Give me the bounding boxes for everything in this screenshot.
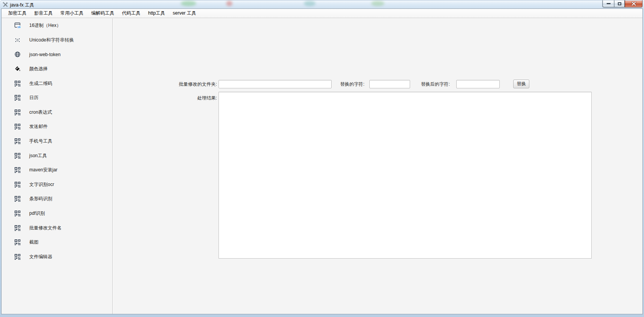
search-chars-input[interactable] xyxy=(369,80,410,88)
globe-icon xyxy=(14,51,21,58)
hex-icon: 16 xyxy=(14,22,21,29)
window-controls xyxy=(602,0,642,7)
sidebar-item-16[interactable]: 截图 xyxy=(2,235,112,250)
qrcode-icon xyxy=(14,225,21,231)
color-picker-icon xyxy=(14,66,21,72)
menu-item-7[interactable]: server 工具 xyxy=(169,9,200,18)
sidebar-item-label: 手机号工具 xyxy=(29,138,52,144)
sidebar-item-11[interactable]: maven安装jar xyxy=(2,163,112,178)
sidebar-item-label: json工具 xyxy=(29,153,47,159)
sidebar-item-4[interactable]: 颜色选择 xyxy=(2,62,112,76)
search-chars-label: 替换的字符: xyxy=(340,80,364,88)
qrcode-icon xyxy=(14,181,21,188)
sidebar-item-label: 发送邮件 xyxy=(29,123,48,130)
sidebar-item-label: Unicode和字符串转换 xyxy=(29,37,74,43)
menubar: 加密工具影音工具常用小工具编解码工具代码工具http工具server 工具 xyxy=(2,9,642,18)
sidebar-item-7[interactable]: cron表达式 xyxy=(2,105,112,120)
qrcode-icon xyxy=(14,80,21,87)
svg-text:16: 16 xyxy=(17,25,20,29)
result-textarea[interactable] xyxy=(219,92,592,259)
sidebar-item-label: 文件编辑器 xyxy=(29,254,52,260)
titlebar[interactable]: java-fx 工具 xyxy=(0,0,644,8)
sidebar-item-label: 生成二维码 xyxy=(29,80,52,87)
sidebar-item-2[interactable]: Unicode和字符串转换 xyxy=(2,33,112,48)
sidebar-item-label: 16进制（Hex） xyxy=(29,22,61,29)
close-button[interactable] xyxy=(625,0,642,7)
batch-rename-panel: 批量修改的文件夹: 替换的字符: 替换后的字符: 替换 处理结果: xyxy=(113,18,642,314)
glass-reflection xyxy=(226,1,232,6)
sidebar-item-5[interactable]: 生成二维码 xyxy=(2,76,112,91)
menu-item-3[interactable]: 常用小工具 xyxy=(57,9,87,18)
replace-button[interactable]: 替换 xyxy=(513,80,529,88)
glass-reflection xyxy=(181,1,196,6)
sidebar-item-3[interactable]: json-web-token xyxy=(2,47,112,62)
sidebar-item-label: maven安装jar xyxy=(29,167,57,173)
glass-reflection xyxy=(371,1,384,6)
sidebar-item-13[interactable]: 条形码识别 xyxy=(2,192,112,206)
sidebar-item-12[interactable]: 文字识别ocr xyxy=(2,178,112,192)
sidebar-item-label: 截图 xyxy=(29,239,38,246)
qrcode-icon xyxy=(14,210,21,217)
content-area: 16 16进制（Hex） Unicode和字符串转换 json-web-toke… xyxy=(2,18,642,314)
sidebar-item-label: 批量修改文件名 xyxy=(29,225,62,231)
sidebar-item-label: 颜色选择 xyxy=(29,66,48,72)
menu-item-1[interactable]: 加密工具 xyxy=(4,9,30,18)
unicode-icon xyxy=(14,37,21,43)
menu-item-6[interactable]: http工具 xyxy=(144,9,169,18)
qrcode-icon xyxy=(14,138,21,144)
menu-item-4[interactable]: 编解码工具 xyxy=(87,9,118,18)
folder-label: 批量修改的文件夹: xyxy=(113,80,217,88)
qrcode-icon xyxy=(14,196,21,202)
sidebar-item-label: pdf识别 xyxy=(29,210,45,217)
close-icon xyxy=(631,2,636,6)
qrcode-icon xyxy=(14,109,21,116)
sidebar-item-label: json-web-token xyxy=(29,52,60,57)
sidebar-tool-list: 16 16进制（Hex） Unicode和字符串转换 json-web-toke… xyxy=(2,18,112,314)
qrcode-icon xyxy=(14,254,21,260)
maximize-button[interactable] xyxy=(614,0,625,7)
result-label: 处理结果: xyxy=(113,94,217,102)
qrcode-icon xyxy=(14,167,21,173)
app-window: java-fx 工具 加密工具影音工具常用小工具编解码工具代码工具http工具s… xyxy=(0,0,644,317)
window-title: java-fx 工具 xyxy=(10,2,34,8)
app-tools-icon xyxy=(2,2,8,8)
sidebar-item-label: 条形码识别 xyxy=(29,196,52,202)
qrcode-icon xyxy=(14,95,21,101)
sidebar-item-15[interactable]: 批量修改文件名 xyxy=(2,221,112,235)
sidebar-item-8[interactable]: 发送邮件 xyxy=(2,119,112,134)
qrcode-icon xyxy=(14,239,21,246)
sidebar-item-label: 文字识别ocr xyxy=(29,181,54,188)
sidebar-item-6[interactable]: 日历 xyxy=(2,91,112,105)
sidebar-item-9[interactable]: 手机号工具 xyxy=(2,134,112,149)
replace-chars-input[interactable] xyxy=(456,80,500,88)
sidebar-item-label: cron表达式 xyxy=(29,109,52,116)
sidebar-item-14[interactable]: pdf识别 xyxy=(2,206,112,221)
menu-item-2[interactable]: 影音工具 xyxy=(30,9,57,18)
sidebar-item-label: 日历 xyxy=(29,95,38,101)
qrcode-icon xyxy=(14,123,21,130)
glass-reflection xyxy=(304,1,315,6)
sidebar-item-17[interactable]: 文件编辑器 xyxy=(2,250,112,264)
minimize-button[interactable] xyxy=(602,0,614,7)
folder-input[interactable] xyxy=(219,80,332,88)
menu-item-5[interactable]: 代码工具 xyxy=(118,9,144,18)
client-area: 加密工具影音工具常用小工具编解码工具代码工具http工具server 工具 16… xyxy=(1,8,643,314)
sidebar-item-10[interactable]: json工具 xyxy=(2,148,112,163)
sidebar-item-1[interactable]: 16 16进制（Hex） xyxy=(2,18,112,33)
replace-chars-label: 替换后的字符: xyxy=(421,80,450,88)
maximize-icon xyxy=(618,2,621,5)
qrcode-icon xyxy=(14,153,21,159)
minimize-icon xyxy=(607,3,611,4)
